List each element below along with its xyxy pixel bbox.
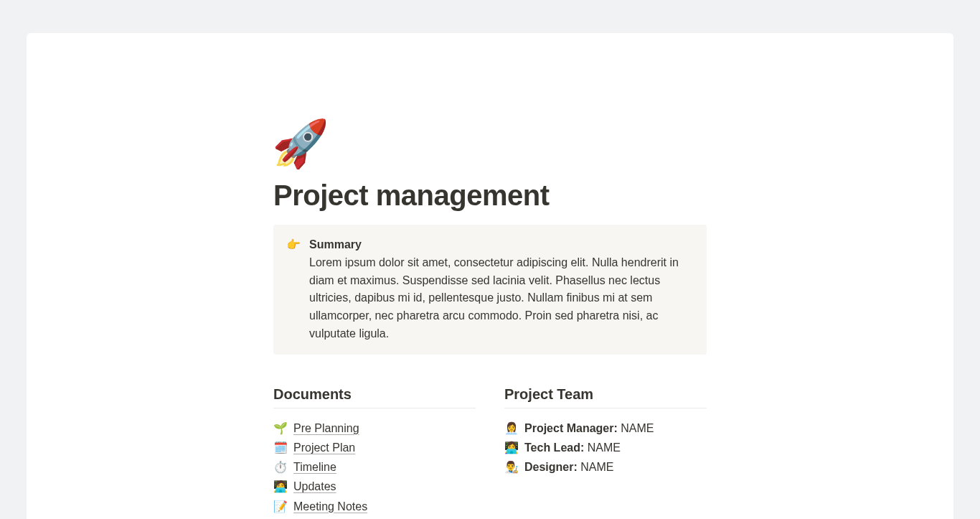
team-role: Tech Lead: bbox=[524, 441, 584, 454]
stopwatch-icon: ⏱️ bbox=[273, 457, 288, 477]
memo-icon: 📝 bbox=[273, 497, 288, 516]
callout-text: Lorem ipsum dolor sit amet, consectetur … bbox=[309, 254, 694, 343]
team-item-tech-lead: 👩‍💻 Tech Lead: NAME bbox=[504, 438, 707, 457]
team-text: Tech Lead: NAME bbox=[524, 438, 621, 457]
documents-list: 🌱 Pre Planning 🗓️ Project Plan ⏱️ Timeli… bbox=[273, 419, 476, 519]
team-item-designer: 👨‍🎨 Designer: NAME bbox=[504, 457, 707, 477]
document-link[interactable]: Pre Planning bbox=[293, 419, 359, 438]
document-item-meeting-notes[interactable]: 📝 Meeting Notes bbox=[273, 497, 476, 516]
seedling-icon: 🌱 bbox=[273, 419, 288, 438]
document-link[interactable]: Project Plan bbox=[293, 438, 355, 457]
page-icon: 📄 bbox=[273, 516, 288, 519]
document-link[interactable]: Research bbox=[293, 516, 342, 519]
documents-heading: Documents bbox=[273, 386, 476, 408]
page-title[interactable]: Project management bbox=[273, 179, 707, 212]
document-link[interactable]: Updates bbox=[293, 477, 336, 496]
document-item-project-plan[interactable]: 🗓️ Project Plan bbox=[273, 438, 476, 457]
team-name: NAME bbox=[580, 461, 613, 473]
team-role: Project Manager: bbox=[524, 422, 618, 434]
calendar-icon: 🗓️ bbox=[273, 438, 288, 457]
team-name: NAME bbox=[588, 441, 621, 454]
callout-title: Summary bbox=[309, 236, 694, 254]
page-icon[interactable]: 🚀 bbox=[272, 121, 707, 167]
team-text: Designer: NAME bbox=[524, 457, 613, 477]
document-item-updates[interactable]: 🧑‍💻 Updates bbox=[273, 477, 476, 496]
team-list: 👩‍💼 Project Manager: NAME 👩‍💻 Tech Lead:… bbox=[504, 419, 707, 477]
team-text: Project Manager: NAME bbox=[524, 419, 654, 438]
callout-body: Summary Lorem ipsum dolor sit amet, cons… bbox=[309, 236, 694, 343]
document-link[interactable]: Meeting Notes bbox=[293, 497, 367, 516]
technologist-icon: 🧑‍💻 bbox=[273, 477, 288, 496]
team-heading: Project Team bbox=[504, 386, 707, 408]
pointing-right-icon: 👉 bbox=[286, 236, 301, 343]
document-item-pre-planning[interactable]: 🌱 Pre Planning bbox=[273, 419, 476, 438]
team-name: NAME bbox=[621, 422, 654, 434]
man-artist-icon: 👨‍🎨 bbox=[504, 457, 519, 477]
team-item-project-manager: 👩‍💼 Project Manager: NAME bbox=[504, 419, 707, 438]
woman-office-worker-icon: 👩‍💼 bbox=[504, 419, 519, 438]
summary-callout: 👉 Summary Lorem ipsum dolor sit amet, co… bbox=[273, 225, 707, 355]
columns: Documents 🌱 Pre Planning 🗓️ Project Plan… bbox=[273, 386, 707, 519]
team-role: Designer: bbox=[524, 461, 578, 473]
page-content: 🚀 Project management 👉 Summary Lorem ips… bbox=[273, 121, 707, 519]
team-column: Project Team 👩‍💼 Project Manager: NAME 👩… bbox=[504, 386, 707, 519]
page-container: 🚀 Project management 👉 Summary Lorem ips… bbox=[27, 33, 953, 519]
woman-technologist-icon: 👩‍💻 bbox=[504, 438, 519, 457]
document-item-research[interactable]: 📄 Research bbox=[273, 516, 476, 519]
document-item-timeline[interactable]: ⏱️ Timeline bbox=[273, 457, 476, 477]
documents-column: Documents 🌱 Pre Planning 🗓️ Project Plan… bbox=[273, 386, 476, 519]
document-link[interactable]: Timeline bbox=[293, 457, 336, 477]
